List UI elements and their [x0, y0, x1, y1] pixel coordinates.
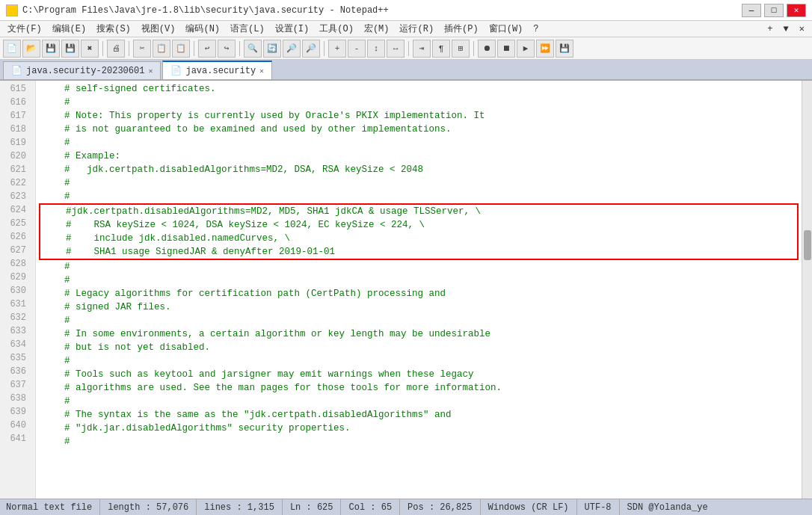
- zoom-in-button[interactable]: +: [328, 40, 346, 58]
- tab-bar: 📄 java.security-20230601 ✕ 📄 java.securi…: [0, 60, 812, 81]
- menu-plugins[interactable]: 插件(P): [440, 21, 483, 37]
- code-line: # jdk.certpath.disabledAlgorithms=MD2, D…: [42, 163, 796, 176]
- status-lines: lines : 1,315: [197, 499, 283, 515]
- code-line: # "jdk.jar.disabledAlgorithms" security …: [42, 422, 796, 435]
- line-number: 618: [0, 123, 31, 136]
- tab-java-security[interactable]: 📄 java.security ✕: [162, 61, 272, 79]
- macro-save-button[interactable]: 💾: [556, 40, 573, 58]
- toolbar-add-button[interactable]: +: [763, 22, 777, 36]
- open-button[interactable]: 📂: [22, 40, 40, 58]
- undo-button[interactable]: ↩: [198, 40, 216, 58]
- code-line: # Legacy algorithms for certification pa…: [42, 287, 796, 300]
- status-file-type: Normal text file: [6, 499, 100, 515]
- tab-java-security-backup[interactable]: 📄 java.security-20230601 ✕: [3, 61, 161, 79]
- code-line: #: [42, 395, 796, 408]
- code-line: # is not guaranteed to be examined and u…: [42, 123, 796, 136]
- print-button[interactable]: 🖨: [107, 40, 125, 58]
- tab-close-2[interactable]: ✕: [259, 67, 264, 75]
- menu-search[interactable]: 搜索(S): [92, 21, 135, 37]
- find-button[interactable]: 🔍: [244, 40, 262, 58]
- line-number: 628: [0, 257, 31, 271]
- cut-button[interactable]: ✂: [133, 40, 151, 58]
- save-all-button[interactable]: 💾: [61, 40, 79, 58]
- macro-play-button[interactable]: ▶: [517, 40, 535, 58]
- toolbar-sep-7: [473, 41, 474, 56]
- close-tab-button[interactable]: ✖: [81, 40, 99, 58]
- vertical-scrollbar[interactable]: [802, 81, 812, 499]
- indent-guide-button[interactable]: ⊞: [452, 40, 470, 58]
- menu-tools[interactable]: 工具(O): [315, 21, 358, 37]
- sync-scroll-v-button[interactable]: ↕: [367, 40, 385, 58]
- toolbar-sep-1: [102, 41, 103, 56]
- macro-run-multiple-button[interactable]: ⏩: [536, 40, 554, 58]
- new-button[interactable]: 📄: [3, 40, 21, 58]
- code-line: #: [42, 314, 796, 327]
- toolbar-sep-4: [239, 41, 240, 56]
- sync-scroll-h-button[interactable]: ↔: [387, 40, 405, 58]
- line-number: 620: [0, 149, 31, 163]
- macro-record-button[interactable]: ⏺: [478, 40, 496, 58]
- menu-encoding[interactable]: 编码(N): [181, 21, 224, 37]
- code-line: # Example:: [42, 149, 796, 163]
- code-line: #: [42, 136, 796, 149]
- code-line: # Tools such as keytool and jarsigner ma…: [42, 368, 796, 381]
- line-number: 616: [0, 96, 31, 109]
- minimize-button[interactable]: —: [742, 4, 761, 17]
- find-in-files-button[interactable]: 🔎: [302, 40, 320, 58]
- menu-bar: 文件(F) 编辑(E) 搜索(S) 视图(V) 编码(N) 语言(L) 设置(I…: [0, 21, 812, 37]
- tab-label-1: java.security-20230601: [26, 66, 144, 76]
- line-number: 624: [0, 203, 31, 217]
- status-col: Col : 65: [341, 499, 400, 515]
- menu-settings[interactable]: 设置(I): [271, 21, 314, 37]
- menu-edit[interactable]: 编辑(E): [48, 21, 91, 37]
- code-line: # signed JAR files.: [42, 300, 796, 314]
- toolbar-sep-6: [408, 41, 409, 56]
- toolbar-dropdown-button[interactable]: ▼: [779, 22, 793, 36]
- line-number: 619: [0, 136, 31, 149]
- window-title: C:\Program Files\Java\jre-1.8\lib\securi…: [22, 5, 389, 16]
- menu-macro[interactable]: 宏(M): [360, 21, 394, 37]
- toolbar-sep-2: [129, 41, 129, 56]
- menu-window[interactable]: 窗口(W): [485, 21, 528, 37]
- line-number: 638: [0, 392, 31, 405]
- menu-help[interactable]: ?: [529, 22, 543, 36]
- menu-file[interactable]: 文件(F): [3, 21, 46, 37]
- code-line: # algorithms are used. See the man pages…: [42, 381, 796, 395]
- menu-language[interactable]: 语言(L): [226, 21, 269, 37]
- line-number: 640: [0, 419, 31, 432]
- code-content[interactable]: # self-signed certificates. # # Note: Th…: [36, 81, 802, 499]
- line-number: 636: [0, 365, 31, 378]
- menu-run[interactable]: 运行(R): [395, 21, 438, 37]
- find-next-button[interactable]: 🔎: [283, 40, 301, 58]
- code-line: #: [42, 176, 796, 190]
- show-all-chars-button[interactable]: ¶: [432, 40, 450, 58]
- save-button[interactable]: 💾: [42, 40, 60, 58]
- scrollbar-thumb[interactable]: [804, 230, 811, 260]
- copy-button[interactable]: 📋: [153, 40, 170, 58]
- tab-close-1[interactable]: ✕: [148, 67, 153, 75]
- line-number: 627: [0, 244, 31, 257]
- code-line: # The syntax is the same as the "jdk.cer…: [42, 408, 796, 422]
- replace-button[interactable]: 🔄: [263, 40, 281, 58]
- menu-view[interactable]: 视图(V): [137, 21, 180, 37]
- code-line: # self-signed certificates.: [42, 82, 796, 96]
- line-number: 641: [0, 432, 31, 445]
- line-number: 631: [0, 297, 31, 311]
- macro-stop-button[interactable]: ⏹: [497, 40, 515, 58]
- app-icon: [6, 4, 18, 16]
- close-button[interactable]: ✕: [787, 4, 806, 17]
- code-line: #jdk.certpath.disabledAlgorithms=MD2, MD…: [43, 205, 794, 218]
- toolbar-close-button[interactable]: ✕: [795, 22, 809, 36]
- line-number: 621: [0, 163, 31, 176]
- status-encoding: UTF-8: [577, 499, 620, 515]
- word-wrap-button[interactable]: ⇥: [413, 40, 431, 58]
- redo-button[interactable]: ↪: [218, 40, 236, 58]
- code-line: # include jdk.disabled.namedCurves, \: [43, 232, 794, 245]
- status-length: length : 57,076: [100, 499, 197, 515]
- toolbar-sep-3: [194, 41, 194, 56]
- zoom-out-button[interactable]: -: [348, 40, 366, 58]
- line-number: 635: [0, 351, 31, 365]
- line-number: 615: [0, 82, 31, 96]
- maximize-button[interactable]: □: [764, 4, 784, 17]
- paste-button[interactable]: 📋: [172, 40, 190, 58]
